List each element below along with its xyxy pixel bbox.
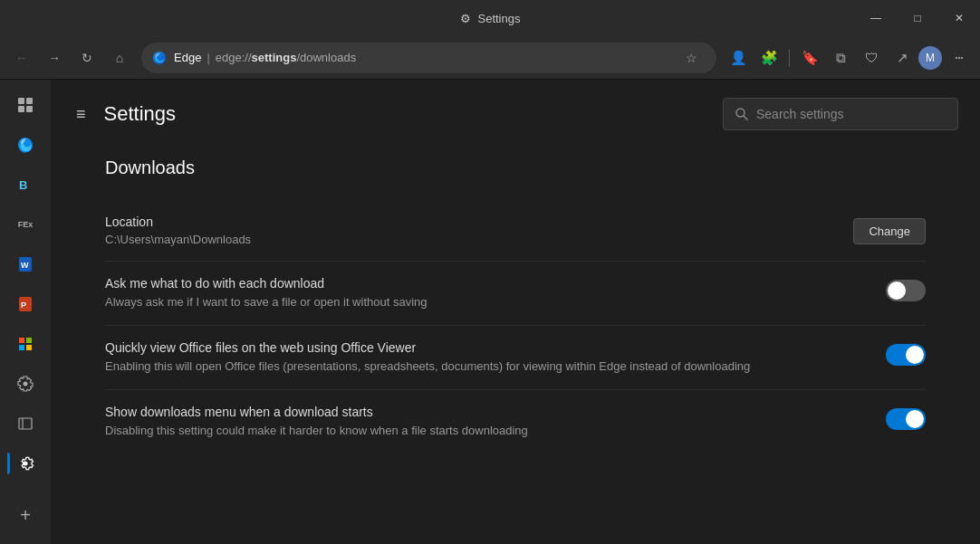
navigation-bar: ← → ↻ ⌂ Edge|edge://settings/downloads ☆ [0,36,980,80]
setting-info-location: Location C:\Users\mayan\Downloads [105,215,831,246]
toolbar-separator [789,49,790,67]
content-area: Downloads Location C:\Users\mayan\Downlo… [51,139,980,544]
change-button[interactable]: Change [853,218,926,244]
window-title: ⚙ Settings [460,12,521,25]
toggle-track-office-viewer[interactable] [886,344,926,366]
svg-text:P: P [21,301,26,310]
sidebar-msn-button[interactable] [7,326,43,362]
window-controls: — □ ✕ [855,0,980,36]
setting-row-ask-download: Ask me what to do with each download Alw… [105,262,926,326]
setting-info-office-viewer: Quickly view Office files on the web usi… [105,340,864,375]
sidebar-collections-button[interactable] [7,87,43,123]
setting-desc-downloads-menu: Disabling this setting could make it har… [105,423,784,439]
avatar[interactable]: M [918,46,942,70]
svg-text:W: W [21,261,29,270]
address-text: Edge|edge://settings/downloads [174,51,669,64]
toggle-thumb-downloads-menu [906,410,924,428]
back-button[interactable]: ← [7,43,36,72]
close-button[interactable]: ✕ [938,0,980,36]
setting-info-downloads-menu: Show downloads menu when a download star… [105,405,864,439]
svg-rect-2 [18,106,24,112]
setting-row-downloads-menu: Show downloads menu when a download star… [105,390,926,453]
maximize-button[interactable]: □ [897,0,938,36]
msn-sidebar-icon [16,335,34,353]
settings-header: ≡ Settings [51,80,980,139]
setting-info-ask-download: Ask me what to do with each download Alw… [105,276,864,310]
powerpoint-sidebar-icon: P [16,295,34,313]
profile-icon[interactable]: 👤 [724,43,753,72]
svg-point-13 [24,382,28,387]
setting-label-downloads-menu: Show downloads menu when a download star… [105,405,864,419]
toggle-thumb-office-viewer [906,346,924,364]
sidebar-edge-button[interactable] [7,127,43,163]
sidebar-bing-button[interactable]: B [7,167,43,203]
toggle-ask-download[interactable] [886,280,926,301]
extensions-sidebar-icon [16,375,34,393]
setting-label-office-viewer: Quickly view Office files on the web usi… [105,340,864,355]
extensions-icon[interactable]: 🧩 [754,43,783,72]
collections-icon[interactable]: 🔖 [795,43,824,72]
main-area: B FEx W P [0,80,980,544]
toolbar-icons: 👤 🧩 🔖 ⧉ 🛡 ↗ M ··· [724,43,973,72]
edge-sidebar-icon [16,136,34,154]
minimize-button[interactable]: — [855,0,897,36]
svg-rect-3 [26,106,33,112]
share-icon[interactable]: ↗ [888,43,917,72]
sidebar-settings-button[interactable] [7,445,43,482]
toggle-track-downloads-menu[interactable] [886,408,926,430]
search-icon [735,107,749,121]
toggle-thumb-ask-download [888,282,906,300]
svg-rect-1 [26,98,33,104]
search-box[interactable] [723,98,958,130]
collections-sidebar-icon [16,96,34,114]
settings-sidebar-icon [16,454,34,472]
svg-rect-14 [19,418,32,429]
gear-icon: ⚙ [460,12,471,25]
sidebar-extensions-button[interactable] [7,366,43,402]
svg-rect-10 [26,338,32,343]
sidebar-icons: B FEx W P [0,80,51,544]
forward-button[interactable]: → [40,43,69,72]
edge-logo-icon [152,51,167,65]
svg-rect-11 [19,345,24,350]
hamburger-button[interactable]: ≡ [72,101,90,128]
sidebar-powerpoint-button[interactable]: P [7,286,43,322]
setting-label-ask-download: Ask me what to do with each download [105,276,864,291]
split-screen-icon[interactable]: ⧉ [826,43,855,72]
setting-label-location: Location [105,215,831,229]
sidebar-word-button[interactable]: W [7,246,43,282]
search-input[interactable] [756,107,946,121]
address-bar[interactable]: Edge|edge://settings/downloads ☆ [141,43,716,73]
browser-essentials-icon[interactable]: 🛡 [857,43,886,72]
toggle-office-viewer[interactable] [886,344,926,366]
setting-value-location: C:\Users\mayan\Downloads [105,233,831,246]
settings-header-left: ≡ Settings [72,101,176,128]
fluent-label: FEx [18,220,34,229]
favorites-icon[interactable]: ☆ [677,43,706,72]
setting-desc-office-viewer: Enabling this will open Office files (pr… [105,358,784,375]
svg-rect-9 [19,338,24,343]
svg-line-17 [744,116,747,119]
setting-row-location: Location C:\Users\mayan\Downloads Change [105,200,926,262]
svg-rect-0 [18,98,24,104]
sidebar-add-button[interactable]: + [7,497,43,533]
refresh-button[interactable]: ↻ [72,43,101,72]
settings-title: Settings [104,102,177,126]
setting-desc-ask-download: Always ask me if I want to save a file o… [105,294,784,310]
settings-panel: ≡ Settings Downloads Location C:\Users\m… [51,80,980,544]
bing-sidebar-icon: B [16,176,34,194]
sidebar-bottom: + [7,497,43,544]
sidebar-manager-button[interactable] [7,406,43,442]
svg-text:B: B [19,178,27,192]
sidebar-fluent-button[interactable]: FEx [7,206,43,243]
sidebar-manager-icon [16,415,34,433]
toggle-track-ask-download[interactable] [886,280,926,301]
word-sidebar-icon: W [16,255,34,273]
title-bar: ⚙ Settings — □ ✕ [0,0,980,36]
page-title: Downloads [105,157,926,178]
home-button[interactable]: ⌂ [105,43,134,72]
more-menu-button[interactable]: ··· [944,43,973,72]
toggle-downloads-menu[interactable] [886,408,926,430]
setting-row-office-viewer: Quickly view Office files on the web usi… [105,326,926,390]
svg-rect-12 [26,345,32,350]
